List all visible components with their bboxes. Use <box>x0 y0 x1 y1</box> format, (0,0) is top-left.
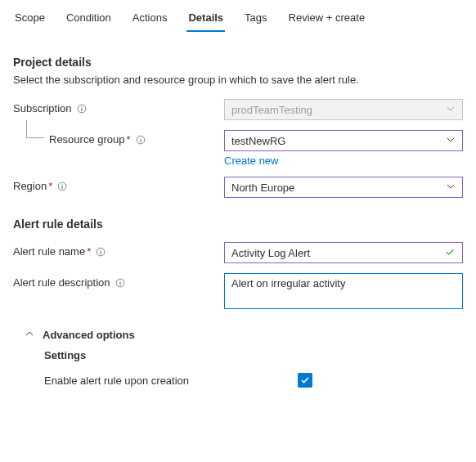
svg-rect-11 <box>101 251 101 254</box>
subscription-label: Subscription <box>13 102 72 114</box>
resource-group-label: Resource group <box>49 133 125 146</box>
chevron-down-icon <box>446 182 456 194</box>
svg-point-7 <box>62 184 63 185</box>
info-icon[interactable] <box>136 135 146 145</box>
tab-bar: Scope Condition Actions Details Tags Rev… <box>0 0 476 33</box>
svg-point-10 <box>101 249 101 250</box>
enable-alert-rule-label: Enable alert rule upon creation <box>44 375 298 387</box>
required-indicator: * <box>127 133 131 146</box>
svg-point-13 <box>119 280 120 281</box>
create-new-link[interactable]: Create new <box>224 155 278 167</box>
svg-rect-8 <box>62 186 63 189</box>
advanced-options-toggle[interactable]: Advanced options <box>25 329 463 341</box>
tab-actions[interactable]: Actions <box>131 7 169 32</box>
alert-rule-description-label: Alert rule description <box>13 276 110 289</box>
alert-rule-details-heading: Alert rule details <box>13 218 463 231</box>
required-indicator: * <box>87 245 91 258</box>
tree-connector <box>26 120 44 138</box>
chevron-down-icon <box>446 104 456 116</box>
subscription-value: prodTeamTesting <box>231 104 312 116</box>
alert-rule-description-input[interactable]: Alert on irregular activity <box>224 273 463 309</box>
tab-scope[interactable]: Scope <box>13 7 47 32</box>
chevron-down-icon <box>446 135 456 147</box>
info-icon[interactable] <box>57 182 67 191</box>
alert-rule-name-input[interactable]: Activity Log Alert <box>224 242 463 263</box>
svg-point-4 <box>140 137 141 138</box>
svg-point-1 <box>81 106 82 107</box>
project-details-description: Select the subscription and resource gro… <box>13 74 463 86</box>
tab-condition[interactable]: Condition <box>65 7 113 32</box>
region-value: North Europe <box>231 182 294 194</box>
advanced-options-label: Advanced options <box>43 329 135 341</box>
region-label: Region <box>13 180 47 192</box>
region-select[interactable]: North Europe <box>224 177 463 198</box>
alert-rule-name-value: Activity Log Alert <box>231 247 310 259</box>
enable-alert-rule-checkbox[interactable] <box>298 373 312 388</box>
info-icon[interactable] <box>115 278 125 288</box>
info-icon[interactable] <box>96 247 106 257</box>
chevron-up-icon <box>25 329 34 341</box>
settings-heading: Settings <box>44 349 463 361</box>
svg-rect-2 <box>81 108 82 111</box>
svg-rect-5 <box>140 139 141 142</box>
project-details-heading: Project details <box>13 56 463 69</box>
checkmark-icon <box>444 246 456 260</box>
alert-rule-description-value: Alert on irregular activity <box>231 277 345 289</box>
resource-group-value: testNewRG <box>231 135 285 147</box>
info-icon[interactable] <box>77 104 87 114</box>
tab-review-create[interactable]: Review + create <box>287 7 367 32</box>
resource-group-select[interactable]: testNewRG <box>224 130 463 151</box>
required-indicator: * <box>48 180 52 192</box>
svg-rect-14 <box>119 282 120 285</box>
tab-tags[interactable]: Tags <box>243 7 268 32</box>
alert-rule-name-label: Alert rule name <box>13 245 85 258</box>
subscription-select: prodTeamTesting <box>224 99 463 120</box>
tab-details[interactable]: Details <box>186 7 225 32</box>
